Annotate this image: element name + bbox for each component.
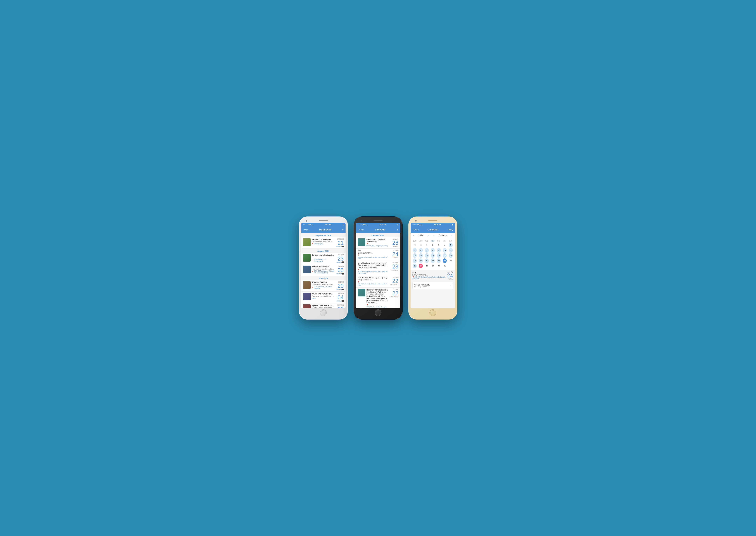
tl-title-22b: Really toying with the idea of selling m… — [366, 289, 388, 304]
phone2-content: October 2014 Relaxing and insightful Sun… — [356, 233, 400, 308]
phone1-screen-wrapper: ●●●○○ MTS ▲ 10:15 AM ▮ ‹ Menu Published — [301, 223, 346, 308]
phone1-home-button[interactable] — [320, 309, 327, 316]
cal-cell-20[interactable]: 20 — [419, 258, 423, 263]
cal-cell-16[interactable]: 16 — [437, 253, 441, 258]
list-item-stadium[interactable]: # Yankee Stadium Unbelievable. For a gam… — [301, 280, 346, 291]
list-item-lake[interactable]: ## Lake Minnewasta I had no idea Morden … — [301, 264, 346, 276]
cal-cell-26[interactable]: 26 — [413, 264, 417, 268]
cal-cell-1[interactable]: 1 — [425, 243, 429, 248]
cal-cell-9[interactable]: 9 — [437, 248, 441, 252]
phone1-add-button[interactable]: + — [342, 228, 344, 231]
item-status-green: Published ⬛ — [336, 261, 344, 263]
cal-hdr-wed: WED — [430, 240, 436, 242]
phone3-home-button[interactable] — [429, 309, 436, 316]
phone2-home-inner — [376, 310, 381, 315]
tl-loc-pin-22b: 📍 — [366, 304, 368, 306]
phone2-add-button[interactable]: + — [396, 228, 398, 231]
phone3-nav-bar: ‹ Menu Calendar Today — [411, 226, 455, 233]
meta-pin-icon: 📍 — [312, 243, 314, 245]
cal-month-label: October — [439, 234, 447, 237]
cal-cell-13[interactable]: 13 — [419, 253, 423, 258]
cal-cell-5[interactable]: 5 — [449, 243, 453, 248]
cal-cell-15[interactable]: 15 — [431, 253, 435, 258]
phone2-top — [356, 219, 400, 223]
list-item-bikers[interactable]: ## Jonny's Java Biker Gang Fun evening w… — [301, 291, 346, 303]
tl-day-22b: 22 — [389, 291, 398, 296]
status-icon-autumn: ⬛ — [342, 246, 344, 247]
tl-loc-22a: 📍 200-498 Redhawk Trail, Winkler, MB, Ca… — [358, 281, 388, 286]
tl-item-22b[interactable]: Really toying with the idea of selling m… — [356, 287, 400, 308]
cal-cell-14[interactable]: 14 — [425, 253, 429, 258]
cal-cell-2[interactable]: 2 — [431, 243, 435, 248]
cal-cell-7[interactable]: 7 — [425, 248, 429, 252]
cal-cell-11[interactable]: 11 — [449, 248, 453, 252]
cal-cell-5b[interactable]: 5 — [413, 248, 417, 252]
cal-entry-pin-icon: 📍 — [412, 276, 414, 278]
cal-cell-18[interactable]: 18 — [449, 253, 453, 258]
tl-item-22a[interactable]: iPad Review and Thoughts Day #log|Daily … — [356, 275, 400, 287]
cal-prev-month-btn[interactable]: ‹ — [433, 234, 435, 237]
item-excerpt-bikers: Fun evening walk with Jac tonight. ... — [312, 295, 334, 297]
cal-cell-25[interactable]: 25 — [449, 258, 453, 263]
cal-next-month-btn[interactable]: › — [451, 234, 453, 237]
cal-cell-12[interactable]: 12 — [413, 253, 417, 258]
list-right-green: 4:56 PM 23 Published ⬛ — [336, 254, 344, 263]
cal-cell-29[interactable]: 29 — [431, 264, 435, 268]
cal-cell-21[interactable]: 21 — [425, 258, 429, 263]
cal-cell-17[interactable]: 17 — [443, 253, 447, 258]
phone3-today-button[interactable]: Today — [447, 228, 453, 231]
list-item-myla[interactable]: Myla at 1 year and 10 months. My niece g… — [301, 303, 346, 308]
phone1-content: September 2014 # Autumn in Manitoba The … — [301, 233, 346, 308]
tl-dayname-26: SUNDAY — [389, 246, 398, 247]
phone1-screen: ●●●○○ MTS ▲ 10:15 AM ▮ ‹ Menu Published — [301, 223, 346, 308]
cal-cell-31[interactable]: 31 — [443, 264, 447, 268]
cal-cell-27[interactable]: 27 — [419, 264, 423, 268]
tl-thumb-22b — [358, 289, 365, 296]
list-item-autumn[interactable]: # Autumn in Manitoba The trees and leave… — [301, 237, 346, 249]
cal-cell-30[interactable]: 30 — [437, 264, 441, 268]
tl-title-26: Relaxing and insightful Sunday #log — [366, 238, 388, 243]
tl-day-22a: 22 — [389, 278, 398, 284]
tl-item-24a[interactable]: #log|Daily Summary||... 📍 200-498 Redhaw… — [356, 249, 400, 261]
phone3-camera — [415, 220, 417, 221]
item-day-bikers: 04 — [337, 295, 344, 300]
cal-create-entry[interactable]: Create New Entry On Friday, October 24 › — [412, 282, 453, 289]
cal-cell-6[interactable]: 6 — [419, 248, 423, 252]
meta-tag-stadium: 200 W 47th St... 25 Travel Baseball — [314, 286, 334, 289]
phone3-status-left: ●●●○○ MTS ▲ — [412, 224, 423, 225]
tl-loc-26: 📍 535-799 Bou... 7 log daily summary — [366, 243, 388, 247]
cal-prev-year-btn[interactable]: ‹ — [412, 234, 415, 237]
tl-loc-text-22b: 180B 5 St, M... 14 Tech Thoughts — [366, 306, 387, 308]
phone3-back-chevron: ‹ — [412, 229, 413, 231]
phone2-home-button[interactable] — [375, 309, 381, 316]
cal-cell-30-sep[interactable]: 30 — [419, 243, 423, 248]
cal-cell-19[interactable]: 19 — [413, 258, 417, 263]
cal-cell-4[interactable]: 4 — [443, 243, 447, 248]
phone1-back-button[interactable]: ‹ Menu — [303, 229, 309, 231]
status-icon-lake: ⬛ — [342, 273, 344, 275]
phone3-top — [411, 219, 455, 223]
cal-cell-22[interactable]: 22 — [431, 258, 435, 263]
cal-cell-29-sep[interactable]: 29 — [413, 243, 417, 248]
cal-create-title: Create New Entry — [414, 284, 430, 286]
phone1-speaker — [319, 220, 328, 221]
tl-title-22a: iPad Review and Thoughts Day #log|Daily … — [358, 277, 388, 281]
cal-cell-23[interactable]: 23 — [437, 258, 441, 263]
phone2-title: Timeline — [375, 228, 385, 231]
phone2-back-button[interactable]: ‹ Menu — [358, 229, 364, 231]
meta-tag-bikers: Jaclyn — [312, 297, 316, 299]
cal-cell-28[interactable]: 28 — [425, 264, 429, 268]
tl-item-23[interactable]: No writing in my book today. Lots of iPa… — [356, 261, 400, 275]
cal-cell-24-today[interactable]: 24 — [443, 258, 447, 263]
cal-cell-8[interactable]: 8 — [431, 248, 435, 252]
item-status-autumn: Published ⬛ — [336, 246, 344, 247]
phone2-status-right: ▮ — [397, 224, 398, 225]
cal-cell-10[interactable]: 10 — [443, 248, 447, 252]
tl-loc-text-22a: 200-498 Redhawk Trail, Winkler, MB, Cana… — [358, 283, 388, 286]
list-item-green[interactable]: It's been a while since the grass was gr… — [301, 253, 346, 264]
phone3-back-button[interactable]: ‹ Menu — [412, 229, 419, 231]
cal-next-year-btn[interactable]: › — [427, 234, 429, 237]
cal-cell-3[interactable]: 3 — [437, 243, 441, 248]
tl-item-26[interactable]: Relaxing and insightful Sunday #log 📍 53… — [356, 237, 400, 249]
item-meta-bikers: Jaclyn — [312, 297, 334, 299]
